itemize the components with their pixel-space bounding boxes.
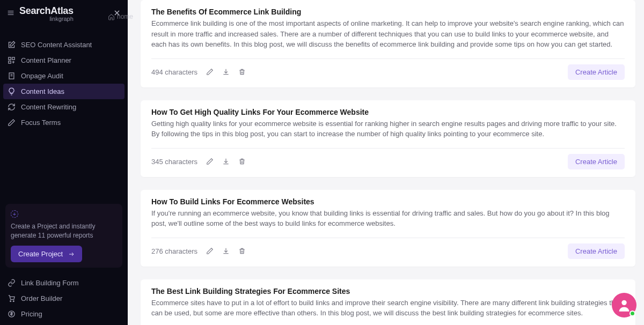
svg-rect-6 [12,57,14,60]
sidebar-item-onpage-audit[interactable]: Onpage Audit [0,68,128,84]
home-icon [108,13,115,20]
char-count: 345 characters [151,158,197,166]
svg-rect-5 [9,57,11,60]
card-body: If you're running an ecommerce website, … [151,208,625,229]
divider [151,238,625,238]
avatar-icon [617,298,632,313]
sidebar-item-seo-content-assistant[interactable]: SEO Content Assistant [0,37,128,53]
sidebar-promo: + Create a Project and instantly generat… [5,204,122,268]
sidebar: SearchAtlas linkgraph home SEO Content A… [0,0,128,325]
svg-point-17 [621,300,626,305]
breadcrumb-home: home [117,13,133,20]
cart-icon [8,294,16,302]
sidebar-nav: SEO Content Assistant Content Planner On… [0,37,128,130]
edit-icon[interactable] [206,158,214,165]
card-body: Ecommerce link building is one of the mo… [151,18,625,50]
breadcrumb[interactable]: home [108,13,133,20]
svg-point-14 [10,301,11,302]
trash-icon[interactable] [238,247,246,255]
menu-icon[interactable] [6,9,15,19]
sidebar-header: SearchAtlas linkgraph home [0,0,128,22]
main-content: The Benefits Of Ecommerce Link Building … [128,0,644,325]
download-icon[interactable] [222,247,230,255]
plus-icon: + [11,210,18,218]
grid-icon [8,56,16,64]
sidebar-item-label: SEO Content Assistant [21,41,92,49]
brand-subtitle: linkgraph [19,16,74,22]
create-project-label: Create Project [18,250,63,258]
sidebar-item-label: Onpage Audit [21,72,63,80]
sidebar-item-pricing[interactable]: Pricing [0,306,128,322]
pencil-icon [8,119,16,127]
card-footer: 345 characters Create Article [151,154,625,169]
trash-icon[interactable] [238,68,246,76]
sidebar-item-content-rewriting[interactable]: Content Rewriting [0,99,128,115]
sidebar-bottom-nav: Link Building Form Order Builder Pricing [0,273,128,325]
char-count: 494 characters [151,68,197,76]
sidebar-item-label: Order Builder [21,294,62,302]
edit-icon [8,41,16,49]
trash-icon[interactable] [238,158,246,165]
create-article-button[interactable]: Create Article [568,243,625,259]
brand-name: SearchAtlas [19,5,74,17]
idea-card: How To Build Links For Ecommerce Website… [141,190,635,267]
idea-card: How To Get High Quality Links For Your E… [141,100,635,177]
sidebar-item-label: Content Ideas [21,87,64,95]
card-title: How To Build Links For Ecommerce Website… [151,197,625,206]
create-project-button[interactable]: Create Project [11,246,82,262]
create-article-button[interactable]: Create Article [568,64,625,80]
svg-rect-7 [9,61,11,63]
card-body: Getting high quality links for your ecom… [151,119,625,139]
audit-icon [8,72,16,80]
arrow-right-icon [68,251,75,257]
divider [151,148,625,149]
idea-card: The Best Link Building Strategies For Ec… [141,279,635,326]
refresh-icon [8,103,16,111]
card-footer: 276 characters Create Article [151,243,625,259]
sidebar-item-label: Pricing [21,310,42,318]
sidebar-item-order-builder[interactable]: Order Builder [0,291,128,306]
create-article-button[interactable]: Create Article [568,154,625,169]
char-count: 276 characters [151,247,197,255]
edit-icon[interactable] [206,68,214,76]
card-footer: 494 characters Create Article [151,64,625,80]
divider [151,58,625,59]
sidebar-item-label: Content Rewriting [21,103,76,111]
idea-card: The Benefits Of Ecommerce Link Building … [141,0,635,87]
card-title: How To Get High Quality Links For Your E… [151,108,625,116]
card-body: Ecommerce sites have to put in a lot of … [151,298,625,319]
lightbulb-icon [8,87,16,95]
sidebar-item-content-planner[interactable]: Content Planner [0,53,128,68]
dollar-icon [8,310,16,318]
svg-point-15 [13,301,14,302]
edit-icon[interactable] [206,247,214,255]
download-icon[interactable] [222,68,230,76]
sidebar-item-link-building-form[interactable]: Link Building Form [0,275,128,291]
support-avatar[interactable] [612,293,636,317]
sidebar-item-content-ideas[interactable]: Content Ideas [3,84,125,99]
sidebar-item-label: Focus Terms [21,119,61,127]
promo-text: Create a Project and instantly generate … [11,222,117,240]
link-icon [8,279,16,287]
card-title: The Best Link Building Strategies For Ec… [151,287,625,296]
status-online-dot [630,311,635,316]
sidebar-item-label: Content Planner [21,56,71,64]
card-title: The Benefits Of Ecommerce Link Building [151,8,625,16]
download-icon[interactable] [222,158,230,165]
sidebar-item-label: Link Building Form [21,279,79,287]
sidebar-item-focus-terms[interactable]: Focus Terms [0,115,128,130]
